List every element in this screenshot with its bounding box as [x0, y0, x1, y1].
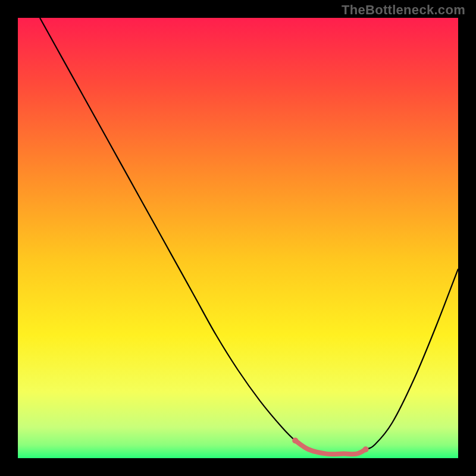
highlight-start-dot [292, 437, 298, 443]
gradient-background [18, 18, 458, 458]
chart-svg [18, 18, 458, 458]
watermark-text: TheBottleneck.com [342, 2, 465, 18]
chart-frame: TheBottleneck.com [0, 0, 476, 476]
plot-area [18, 18, 458, 458]
highlight-end-dot [363, 446, 369, 452]
